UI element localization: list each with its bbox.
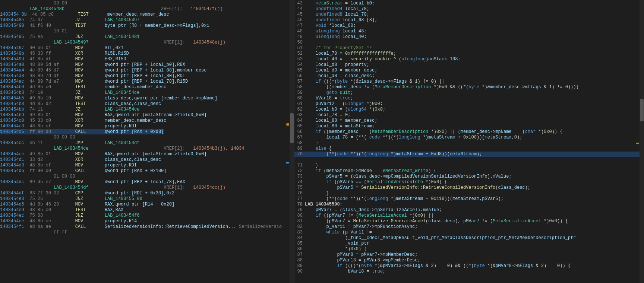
scroll-indicator (286, 162, 289, 163)
left-scrollbar[interactable] (290, 0, 294, 283)
left-scrollbar-thumb[interactable] (290, 113, 294, 143)
decompiler-panel[interactable]: 43 metaStream = local_b0; 44 undefined4 … (294, 0, 644, 283)
right-scroll-marker (636, 143, 639, 144)
decompiler-code: 43 metaStream = local_b0; 44 undefined4 … (294, 0, 644, 283)
arrow-indicator: → (2, 138, 5, 144)
disassembly-code: 00 00 LAB_14034548b XREF[1]: 14034547f(j… (0, 0, 294, 283)
right-scrollbar[interactable] (640, 0, 644, 283)
right-scrollbar-thumb[interactable] (640, 99, 644, 121)
breakpoint-marker (286, 123, 289, 126)
disassembly-panel[interactable]: 00 00 LAB_14034548b XREF[1]: 14034547f(j… (0, 0, 294, 283)
